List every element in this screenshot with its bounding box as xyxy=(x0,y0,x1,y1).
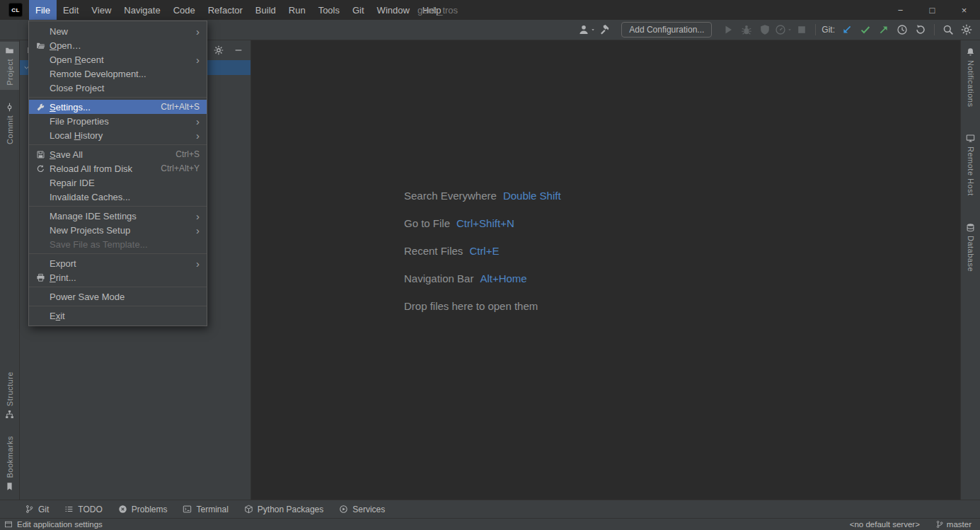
menu-item-repair-ide[interactable]: Repair IDE xyxy=(29,175,207,190)
default-server-widget[interactable]: <no default server> xyxy=(850,520,920,529)
error-icon xyxy=(118,505,127,514)
toolwindow-python-packages[interactable]: Python Packages xyxy=(236,500,331,518)
toolbar-divider xyxy=(815,24,816,35)
user-icon xyxy=(578,24,589,35)
stripe-label: Commit xyxy=(6,115,14,144)
left-stripe-top-group: ProjectCommit xyxy=(0,42,19,149)
user-account-button[interactable] xyxy=(577,21,596,38)
toolwindow-todo[interactable]: TODO xyxy=(57,500,110,518)
menu-item-label: Print... xyxy=(50,272,200,283)
toolwindow-label: Git xyxy=(38,505,49,514)
push-icon xyxy=(878,24,889,35)
profiler-button[interactable] xyxy=(774,21,792,38)
menu-item-print[interactable]: Print... xyxy=(29,270,207,284)
menubar-item-edit[interactable]: Edit xyxy=(57,0,85,20)
status-message: Edit application settings xyxy=(17,520,103,529)
toolwindow-terminal[interactable]: Terminal xyxy=(175,500,236,518)
menu-separator xyxy=(29,306,207,306)
git-commit-button[interactable] xyxy=(856,21,875,38)
git-rollback-button[interactable] xyxy=(911,21,930,38)
submenu-arrow-icon: › xyxy=(196,258,200,269)
minimize-button[interactable]: − xyxy=(884,0,916,20)
submenu-arrow-icon: › xyxy=(196,225,200,236)
menu-item-file-properties[interactable]: File Properties› xyxy=(29,114,207,128)
menubar-item-window[interactable]: Window xyxy=(371,0,416,20)
hide-panel-icon[interactable] xyxy=(234,45,243,55)
folder-open-icon xyxy=(33,41,47,50)
menu-item-settings[interactable]: Settings...Ctrl+Alt+S xyxy=(29,100,207,114)
menu-item-remote-development[interactable]: Remote Development... xyxy=(29,67,207,81)
search-icon xyxy=(942,24,954,35)
menubar-item-build[interactable]: Build xyxy=(249,0,282,20)
file-menu-popup: New›Open…Open Recent›Remote Development.… xyxy=(28,21,207,326)
git-branch-widget[interactable]: master xyxy=(935,520,972,529)
tool-stripe-database[interactable]: Database xyxy=(961,219,980,276)
menu-item-label: Save File as Template... xyxy=(50,239,200,250)
menu-item-reload-all-from-disk[interactable]: Reload All from DiskCtrl+Alt+Y xyxy=(29,161,207,175)
menu-item-save-all[interactable]: Save AllCtrl+S xyxy=(29,147,207,161)
ide-settings-button[interactable] xyxy=(957,21,976,38)
tool-stripe-notifications[interactable]: Notifications xyxy=(961,43,980,111)
refresh-icon xyxy=(33,164,47,173)
menu-item-label: Close Project xyxy=(50,83,200,93)
menubar-item-view[interactable]: View xyxy=(85,0,117,20)
menu-item-open[interactable]: Open… xyxy=(29,38,207,52)
add-configuration-button[interactable]: Add Configuration... xyxy=(621,22,712,38)
git-history-button[interactable] xyxy=(893,21,911,38)
maximize-button[interactable]: □ xyxy=(916,0,948,20)
menu-item-local-history[interactable]: Local History› xyxy=(29,128,207,142)
stripe-label: Structure xyxy=(6,371,14,406)
tip-label: Navigation Bar xyxy=(404,272,473,284)
caret-down-icon xyxy=(787,27,792,33)
run-button[interactable] xyxy=(719,21,737,38)
menu-item-label: Manage IDE Settings xyxy=(50,211,188,221)
menu-item-label: Remote Development... xyxy=(50,69,200,79)
menu-item-exit[interactable]: Exit xyxy=(29,309,207,323)
menu-separator xyxy=(29,97,207,98)
toolwindow-problems[interactable]: Problems xyxy=(110,500,175,518)
menu-item-export[interactable]: Export› xyxy=(29,256,207,270)
tip-label: Drop files here to open them xyxy=(404,300,538,312)
project-options-gear-icon[interactable] xyxy=(214,45,224,55)
tool-stripe-structure[interactable]: Structure xyxy=(0,367,19,423)
tool-stripe-commit[interactable]: Commit xyxy=(0,98,19,149)
tool-stripe-bookmarks[interactable]: Bookmarks xyxy=(0,432,19,495)
menu-item-invalidate-caches[interactable]: Invalidate Caches... xyxy=(29,190,207,204)
menubar-item-code[interactable]: Code xyxy=(167,0,202,20)
toolwindow-services[interactable]: Services xyxy=(331,500,393,518)
menu-item-close-project[interactable]: Close Project xyxy=(29,81,207,95)
menu-item-manage-ide-settings[interactable]: Manage IDE Settings› xyxy=(29,209,207,223)
git-push-button[interactable] xyxy=(875,21,893,38)
stop-button[interactable] xyxy=(792,21,811,38)
menu-item-shortcut: Ctrl+Alt+S xyxy=(161,102,200,112)
menubar-item-tools[interactable]: Tools xyxy=(312,0,346,20)
submenu-arrow-icon: › xyxy=(196,116,200,127)
run-with-coverage-button[interactable] xyxy=(756,21,774,38)
shortcut-tip: Recent FilesCtrl+E xyxy=(404,237,561,265)
status-bar-right: <no default server> master xyxy=(850,520,972,529)
window-controls: − □ × xyxy=(884,0,980,20)
menu-item-label: Settings... xyxy=(50,102,152,113)
menu-item-label: New xyxy=(50,26,188,37)
menu-item-new-projects-setup[interactable]: New Projects Setup› xyxy=(29,223,207,237)
tool-stripe-project[interactable]: Project xyxy=(0,42,19,90)
menu-item-power-save-mode[interactable]: Power Save Mode xyxy=(29,289,207,304)
debug-button[interactable] xyxy=(737,21,756,38)
git-update-button[interactable] xyxy=(838,21,856,38)
wrench-icon xyxy=(33,103,47,112)
tool-stripe-remote-host[interactable]: Remote Host xyxy=(961,129,980,200)
menubar-item-run[interactable]: Run xyxy=(282,0,312,20)
menu-separator xyxy=(29,287,207,287)
close-button[interactable]: × xyxy=(948,0,980,20)
build-project-button[interactable] xyxy=(596,21,614,38)
tip-label: Recent Files xyxy=(404,245,463,257)
menubar-item-refactor[interactable]: Refactor xyxy=(202,0,249,20)
search-everywhere-button[interactable] xyxy=(939,21,957,38)
menu-item-new[interactable]: New› xyxy=(29,24,207,38)
toolwindow-git[interactable]: Git xyxy=(17,500,57,518)
shortcut-tips: Search EverywhereDouble ShiftGo to FileC… xyxy=(404,182,561,320)
menu-item-open-recent[interactable]: Open Recent› xyxy=(29,52,207,67)
menubar-item-git[interactable]: Git xyxy=(346,0,371,20)
menubar-item-file[interactable]: File xyxy=(29,0,57,20)
menubar-item-navigate[interactable]: Navigate xyxy=(117,0,166,20)
